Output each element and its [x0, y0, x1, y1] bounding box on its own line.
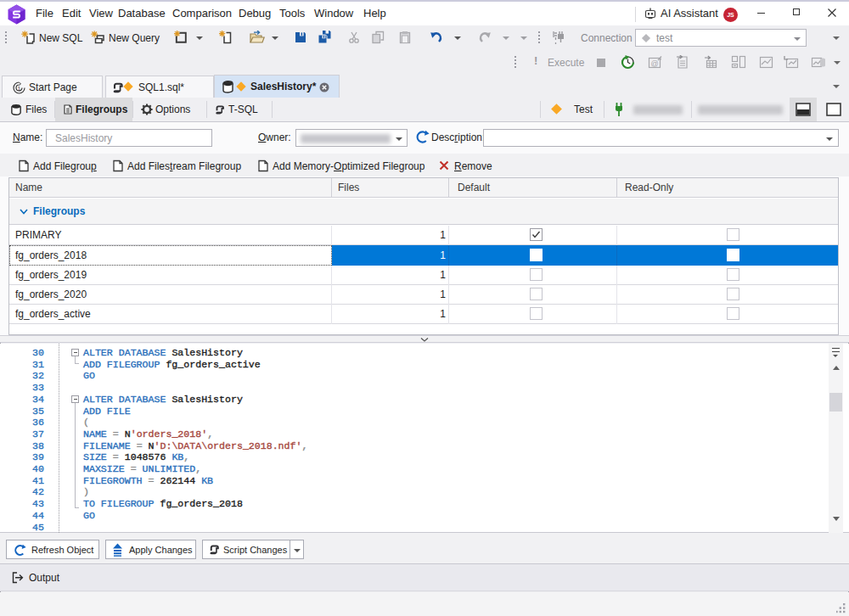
- svg-text:@: @: [650, 59, 658, 68]
- svg-text:1: 1: [18, 86, 21, 92]
